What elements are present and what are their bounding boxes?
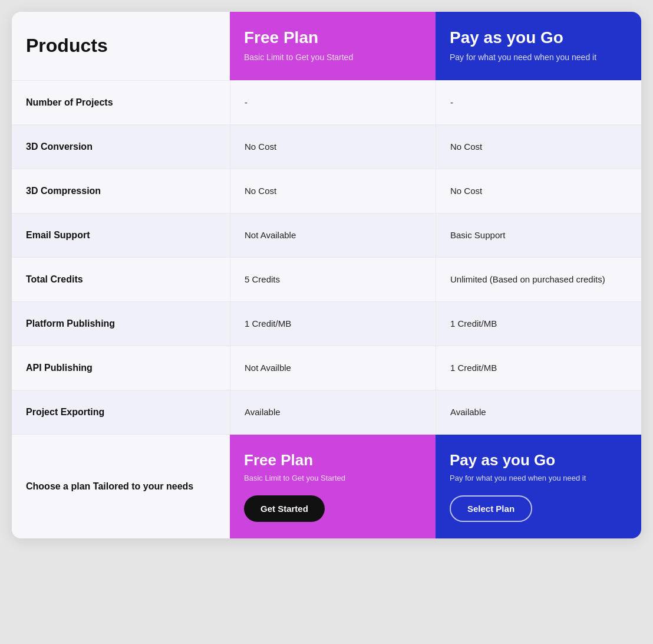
feature-label-3: Email Support (12, 213, 230, 257)
select-plan-button[interactable]: Select Plan (450, 495, 532, 522)
pay-plan-subtitle: Pay for what you need when you need it (450, 52, 627, 64)
footer-free-subtitle: Basic Limit to Get you Started (244, 473, 421, 484)
feature-row: 3D Conversion No Cost No Cost (12, 124, 641, 169)
feature-pay-value-3: Basic Support (436, 213, 641, 257)
pricing-table: Products Free Plan Basic Limit to Get yo… (12, 12, 641, 538)
footer-pay-subtitle: Pay for what you need when you need it (450, 473, 627, 484)
feature-pay-value-7: Available (436, 390, 641, 434)
feature-row: 3D Compression No Cost No Cost (12, 169, 641, 213)
feature-label-1: 3D Conversion (12, 125, 230, 169)
footer-pay-title: Pay as you Go (450, 451, 627, 469)
feature-row: Total Credits 5 Credits Unlimited (Based… (12, 257, 641, 301)
feature-label-4: Total Credits (12, 258, 230, 301)
pay-plan-header: Pay as you Go Pay for what you need when… (436, 12, 641, 80)
footer-free-plan: Free Plan Basic Limit to Get you Started… (230, 435, 436, 538)
feature-pay-value-5: 1 Credit/MB (436, 302, 641, 346)
feature-row: API Publishing Not Availble 1 Credit/MB (12, 346, 641, 390)
feature-row: Email Support Not Available Basic Suppor… (12, 213, 641, 257)
feature-free-value-3: Not Available (230, 213, 436, 257)
feature-pay-value-2: No Cost (436, 169, 641, 213)
products-title: Products (26, 35, 108, 57)
products-header: Products (12, 12, 230, 80)
feature-pay-value-6: 1 Credit/MB (436, 346, 641, 390)
feature-label-0: Number of Projects (12, 81, 230, 124)
free-plan-subtitle: Basic Limit to Get you Started (244, 52, 421, 64)
feature-row: Platform Publishing 1 Credit/MB 1 Credit… (12, 301, 641, 346)
feature-free-value-0: - (230, 81, 436, 124)
feature-row: Number of Projects - - (12, 80, 641, 124)
feature-free-value-7: Available (230, 390, 436, 434)
free-plan-title: Free Plan (244, 28, 421, 47)
feature-label-6: API Publishing (12, 346, 230, 390)
feature-free-value-2: No Cost (230, 169, 436, 213)
header-row: Products Free Plan Basic Limit to Get yo… (12, 12, 641, 80)
footer-free-title: Free Plan (244, 451, 421, 469)
footer-pay-plan: Pay as you Go Pay for what you need when… (436, 435, 641, 538)
feature-pay-value-4: Unlimited (Based on purchased credits) (436, 258, 641, 301)
feature-free-value-5: 1 Credit/MB (230, 302, 436, 346)
footer-row: Choose a plan Tailored to your needs Fre… (12, 434, 641, 538)
free-plan-header: Free Plan Basic Limit to Get you Started (230, 12, 436, 80)
feature-label-2: 3D Compression (12, 169, 230, 213)
footer-label: Choose a plan Tailored to your needs (12, 435, 230, 538)
pay-plan-title: Pay as you Go (450, 28, 627, 47)
feature-pay-value-0: - (436, 81, 641, 124)
feature-rows: Number of Projects - - 3D Conversion No … (12, 80, 641, 434)
feature-free-value-4: 5 Credits (230, 258, 436, 301)
get-started-button[interactable]: Get Started (244, 495, 325, 522)
feature-label-7: Project Exporting (12, 390, 230, 434)
feature-pay-value-1: No Cost (436, 125, 641, 169)
feature-free-value-6: Not Availble (230, 346, 436, 390)
feature-label-5: Platform Publishing (12, 302, 230, 346)
feature-free-value-1: No Cost (230, 125, 436, 169)
feature-row: Project Exporting Available Available (12, 390, 641, 434)
